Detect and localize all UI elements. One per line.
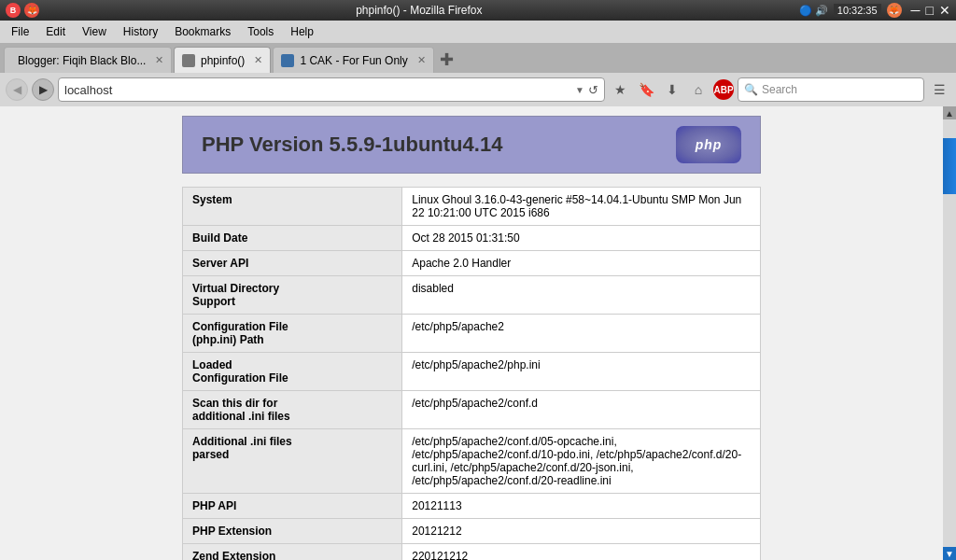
scroll-track[interactable] bbox=[943, 119, 956, 547]
tab-phpinfo[interactable]: phpinfo() ✕ bbox=[174, 47, 271, 73]
table-label: Loaded Configuration File bbox=[183, 353, 402, 391]
menu-help[interactable]: Help bbox=[283, 23, 321, 40]
home-icon[interactable]: ⌂ bbox=[687, 78, 710, 101]
adblock-button[interactable]: ABP bbox=[713, 79, 734, 100]
table-label: System bbox=[183, 188, 402, 226]
table-label: Additional .ini files parsed bbox=[183, 429, 402, 494]
new-tab-button[interactable]: ✚ bbox=[436, 49, 458, 71]
menubar: File Edit View History Bookmarks Tools H… bbox=[0, 21, 956, 43]
table-row: PHP API20121113 bbox=[183, 494, 761, 519]
table-value: 220121212 bbox=[402, 544, 761, 561]
table-row: Build DateOct 28 2015 01:31:50 bbox=[183, 226, 761, 251]
os-clock: 10:32:35 bbox=[834, 4, 881, 17]
os-controls: 🔵 🔊 10:32:35 🦊 ─ □ ✕ bbox=[799, 3, 950, 18]
table-value: 20121212 bbox=[402, 519, 761, 544]
page-content: PHP Version 5.5.9-1ubuntu4.14 php System… bbox=[0, 106, 943, 560]
maximize-button[interactable]: □ bbox=[926, 3, 934, 18]
menu-icon[interactable]: ☰ bbox=[928, 78, 950, 101]
firefox-icon: 🦊 bbox=[24, 3, 39, 18]
php-logo: php bbox=[676, 126, 741, 163]
os-status-icons: 🔵 🔊 bbox=[799, 5, 828, 17]
menu-bookmarks[interactable]: Bookmarks bbox=[167, 23, 238, 40]
table-row: Server APIApache 2.0 Handler bbox=[183, 251, 761, 276]
table-label: PHP API bbox=[183, 494, 402, 519]
url-dropdown-icon[interactable]: ▼ bbox=[575, 85, 584, 95]
table-row: Zend Extension220121212 bbox=[183, 544, 761, 561]
search-placeholder: Search bbox=[762, 83, 797, 96]
url-bar[interactable]: localhost ▼ ↺ bbox=[58, 77, 605, 102]
search-icon: 🔍 bbox=[744, 83, 758, 96]
scroll-thumb[interactable] bbox=[943, 138, 956, 194]
os-titlebar: B 🦊 phpinfo() - Mozilla Firefox 🔵 🔊 10:3… bbox=[0, 0, 956, 21]
table-value: /etc/php5/apache2/php.ini bbox=[402, 353, 761, 391]
phpinfo-favicon bbox=[182, 54, 195, 67]
tab-phpinfo-close[interactable]: ✕ bbox=[254, 54, 262, 66]
table-row: SystemLinux Ghoul 3.16.0-43-generic #58~… bbox=[183, 188, 761, 226]
table-label: Zend Extension bbox=[183, 544, 402, 561]
minimize-button[interactable]: ─ bbox=[911, 3, 921, 18]
table-label: Scan this dir for additional .ini files bbox=[183, 391, 402, 429]
1cak-favicon bbox=[281, 54, 294, 67]
scroll-down-arrow[interactable]: ▼ bbox=[943, 547, 956, 560]
php-header: PHP Version 5.5.9-1ubuntu4.14 php bbox=[182, 116, 761, 174]
scroll-up-arrow[interactable]: ▲ bbox=[943, 106, 956, 119]
close-button[interactable]: ✕ bbox=[939, 3, 950, 18]
table-value: 20121113 bbox=[402, 494, 761, 519]
table-label: PHP Extension bbox=[183, 519, 402, 544]
url-text: localhost bbox=[64, 83, 571, 97]
table-row: Loaded Configuration File/etc/php5/apach… bbox=[183, 353, 761, 391]
menu-file[interactable]: File bbox=[4, 23, 36, 40]
window-title: phpinfo() - Mozilla Firefox bbox=[39, 4, 799, 17]
download-icon[interactable]: ⬇ bbox=[661, 78, 683, 101]
table-label: Server API bbox=[183, 251, 402, 276]
tab-blogger-label: Blogger: Fiqih Black Blo... bbox=[18, 54, 146, 67]
tabbar: Blogger: Fiqih Black Blo... ✕ phpinfo() … bbox=[0, 43, 956, 73]
table-row: Scan this dir for additional .ini files/… bbox=[183, 391, 761, 429]
table-row: PHP Extension20121212 bbox=[183, 519, 761, 544]
table-row: Additional .ini files parsed/etc/php5/ap… bbox=[183, 429, 761, 494]
phpinfo-container: PHP Version 5.5.9-1ubuntu4.14 php System… bbox=[182, 116, 761, 560]
tab-blogger[interactable]: Blogger: Fiqih Black Blo... ✕ bbox=[4, 47, 172, 73]
forward-button[interactable]: ▶ bbox=[32, 78, 54, 101]
tab-1cak-label: 1 CAK - For Fun Only bbox=[300, 54, 407, 67]
tab-blogger-close[interactable]: ✕ bbox=[155, 54, 163, 66]
menu-history[interactable]: History bbox=[116, 23, 165, 40]
tab-1cak-close[interactable]: ✕ bbox=[417, 54, 426, 66]
table-value: /etc/php5/apache2/conf.d bbox=[402, 391, 761, 429]
menu-tools[interactable]: Tools bbox=[240, 23, 281, 40]
table-value: disabled bbox=[402, 276, 761, 315]
reload-icon[interactable]: ↺ bbox=[588, 83, 598, 97]
navbar: ◀ ▶ localhost ▼ ↺ ★ 🔖 ⬇ ⌂ ABP 🔍 Search ☰ bbox=[0, 73, 956, 106]
tab-1cak[interactable]: 1 CAK - For Fun Only ✕ bbox=[273, 47, 433, 73]
table-label: Virtual Directory Support bbox=[183, 276, 402, 315]
table-value: /etc/php5/apache2/conf.d/05-opcache.ini,… bbox=[402, 429, 761, 494]
table-value: Apache 2.0 Handler bbox=[402, 251, 761, 276]
firefox-window: File Edit View History Bookmarks Tools H… bbox=[0, 21, 956, 560]
os-firefox-icon: 🦊 bbox=[887, 3, 902, 18]
os-titlebar-left: B 🦊 bbox=[6, 3, 39, 18]
bookmark-star-icon[interactable]: ★ bbox=[609, 78, 631, 101]
php-version-text: PHP Version 5.5.9-1ubuntu4.14 bbox=[202, 133, 502, 157]
table-row: Virtual Directory Supportdisabled bbox=[183, 276, 761, 315]
table-value: Oct 28 2015 01:31:50 bbox=[402, 226, 761, 251]
content-area: PHP Version 5.5.9-1ubuntu4.14 php System… bbox=[0, 106, 956, 560]
menu-edit[interactable]: Edit bbox=[38, 23, 73, 40]
bookmarks-list-icon[interactable]: 🔖 bbox=[635, 78, 657, 101]
table-label: Build Date bbox=[183, 226, 402, 251]
back-button[interactable]: ◀ bbox=[6, 78, 28, 101]
menu-view[interactable]: View bbox=[75, 23, 114, 40]
search-bar[interactable]: 🔍 Search bbox=[738, 77, 924, 102]
table-row: Configuration File (php.ini) Path/etc/ph… bbox=[183, 315, 761, 353]
info-table: SystemLinux Ghoul 3.16.0-43-generic #58~… bbox=[182, 187, 761, 560]
table-value: Linux Ghoul 3.16.0-43-generic #58~14.04.… bbox=[402, 188, 761, 226]
scrollbar[interactable]: ▲ ▼ bbox=[943, 106, 956, 560]
table-label: Configuration File (php.ini) Path bbox=[183, 315, 402, 353]
table-value: /etc/php5/apache2 bbox=[402, 315, 761, 353]
tab-phpinfo-label: phpinfo() bbox=[201, 54, 245, 67]
os-app-icon: B bbox=[6, 3, 21, 18]
